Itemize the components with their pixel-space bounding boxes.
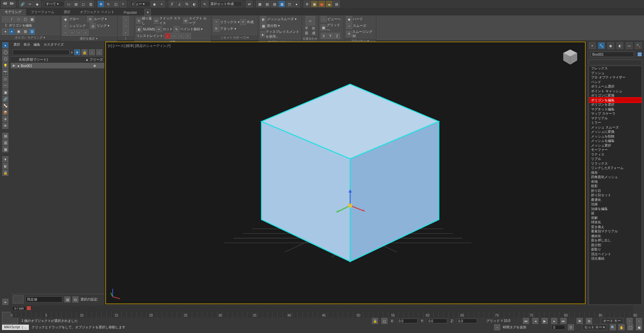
swiftloop-label[interactable]: スイフト ループ	[189, 16, 209, 25]
modifier-item[interactable]: リンクしたXフォーム	[589, 166, 642, 170]
move-tool-icon[interactable]: ✥	[98, 1, 104, 7]
loop-icon[interactable]: ⟳	[87, 16, 93, 22]
align-y-icon[interactable]: Y	[327, 33, 333, 39]
search-filter-icon[interactable]: ▼	[74, 49, 80, 55]
modifier-item[interactable]: 置き換え	[589, 225, 642, 229]
isolate-icon[interactable]: ◻	[381, 318, 387, 324]
viewnav-1-icon[interactable]: ✥	[577, 318, 583, 324]
quickslice-icon[interactable]: ✂	[154, 18, 159, 24]
grow-icon[interactable]: ◉	[62, 16, 68, 22]
search-b-icon[interactable]: ▫	[96, 49, 102, 55]
smooth-label[interactable]: スムーズ	[353, 23, 366, 28]
render-setup-icon[interactable]: ⚙	[304, 1, 310, 7]
paintconnect-label[interactable]: ペイント接続 ▾	[180, 27, 203, 32]
modifier-item[interactable]: メッシュを編集	[589, 138, 642, 143]
hierarchy-tab-icon[interactable]: ◉	[607, 42, 614, 49]
percent-snap-icon[interactable]: %	[183, 1, 190, 7]
edit-named-sel-icon[interactable]: ✎	[201, 1, 208, 7]
create-tab-icon[interactable]: +	[589, 42, 596, 49]
modifier-item[interactable]: 連結化	[589, 234, 642, 238]
render-online-icon[interactable]: ☁	[326, 1, 332, 7]
y-coord-input[interactable]	[427, 319, 447, 323]
modifier-item[interactable]: 法線	[589, 202, 642, 207]
shrink-label[interactable]: シュリンク	[69, 23, 86, 28]
smooth-icon[interactable]: ○	[346, 23, 352, 29]
modifier-item[interactable]: メッシュ スムーズ	[589, 125, 642, 130]
lock-selection-icon[interactable]: 🔒	[372, 318, 378, 324]
edit-a-icon[interactable]: ▫	[123, 16, 129, 22]
modifier-item[interactable]: リラックス	[589, 161, 642, 166]
object-name-field[interactable]: Box001	[591, 52, 634, 57]
grow-label[interactable]: グロー	[69, 17, 79, 21]
modifier-item[interactable]: ラティス	[589, 152, 642, 157]
goto-end-icon[interactable]: ⏭	[560, 318, 567, 324]
grid-align-icon[interactable]: ▦	[321, 24, 326, 31]
modifier-item[interactable]: 溶解	[589, 216, 642, 220]
curve-editor-icon[interactable]: ▦	[278, 1, 285, 7]
placement-tool-icon[interactable]: ⌖	[120, 1, 126, 7]
meshsmooth-icon[interactable]: ◐	[260, 16, 266, 22]
modifier-item[interactable]: メッシュを削除	[589, 134, 642, 139]
modifier-item[interactable]: 最適化	[589, 198, 642, 202]
visibility-icon[interactable]: 👁	[12, 64, 17, 68]
filter-hidden-icon[interactable]: 👁	[2, 123, 8, 129]
displace-icon[interactable]: ▲	[260, 31, 265, 37]
filter-container-icon[interactable]: 📦	[2, 109, 8, 115]
modifier-item[interactable]: マテリアル	[589, 116, 642, 121]
cut-icon[interactable]: ✂	[156, 26, 162, 32]
layer-manager-icon[interactable]: ▤	[64, 296, 70, 302]
displace-label[interactable]: ディスプレイスメントを使用...	[266, 30, 300, 39]
ribbon-tab-modeling[interactable]: モデリング	[0, 9, 26, 15]
motion-tab-icon[interactable]: ◐	[616, 42, 623, 49]
ribbon-panel5-title[interactable]: ジオメトリ(すべて) ▾	[211, 35, 258, 41]
left-menu-customize[interactable]: カスタマイズ	[44, 42, 64, 47]
select-icon[interactable]: ▭	[65, 1, 72, 7]
ribbon-tab-populate[interactable]: Populate	[119, 10, 142, 15]
nav-orbit-icon[interactable]: ◯	[627, 324, 633, 330]
nav-zoom-icon[interactable]: 🔍	[610, 324, 616, 330]
poly-subobj-icon[interactable]: ▢	[22, 16, 28, 22]
modifier-item[interactable]: 面分割	[589, 243, 642, 247]
edit-c-icon[interactable]: ▫	[123, 30, 129, 36]
view-align-icon[interactable]: ▫	[321, 16, 327, 22]
select-rect-icon[interactable]: ◻	[80, 1, 87, 7]
align-x-icon[interactable]: X	[321, 33, 327, 39]
ring-icon[interactable]: ◎	[90, 23, 96, 29]
shrink-icon[interactable]: ○	[62, 23, 68, 29]
modifier-item[interactable]: メッシュに変換	[589, 129, 642, 134]
maxscript-label[interactable]: MAXScript ミ...	[2, 325, 29, 330]
vertex-subobj-icon[interactable]: ·	[2, 16, 8, 22]
modifier-item[interactable]: ボリューム選択	[589, 84, 642, 89]
center-pivot-icon[interactable]: ◉	[151, 1, 158, 7]
border-subobj-icon[interactable]: □	[15, 16, 21, 22]
modifier-combo[interactable]	[589, 60, 642, 64]
bind-icon[interactable]: ◆	[34, 1, 41, 7]
select-filter-icon[interactable]: ▼	[2, 156, 8, 162]
tessellate-icon[interactable]: ▦	[260, 23, 266, 29]
modifier-item[interactable]: 波	[589, 211, 642, 216]
filter-space-icon[interactable]: 〰	[2, 82, 8, 89]
modifier-item[interactable]: 法線を編集	[589, 207, 642, 211]
modifier-item[interactable]: メッシュ選択	[589, 143, 642, 148]
filter-shape-icon[interactable]: ▢	[2, 56, 8, 62]
nurms-label[interactable]: NURMS	[143, 27, 155, 31]
window-crossing-icon[interactable]: ▥	[87, 1, 94, 7]
keymode-2-icon[interactable]: ▫	[636, 318, 642, 324]
next-mod-icon[interactable]: ▸	[9, 29, 15, 35]
display-tab-icon[interactable]: ▭	[626, 42, 633, 49]
search-a-icon[interactable]: ▫	[89, 49, 95, 55]
modifier-item[interactable]: 頂点連結	[589, 256, 642, 261]
link-icon[interactable]: 🔗	[19, 1, 26, 7]
prev-frame-icon[interactable]: ◂	[532, 318, 538, 324]
tessellate-label[interactable]: 面分割 ▾	[267, 23, 280, 28]
left-menu-select[interactable]: 選択	[13, 42, 20, 47]
nav-pan-icon[interactable]: ✋	[619, 324, 625, 330]
stack1-icon[interactable]: ▣	[15, 29, 21, 35]
stack2-icon[interactable]: ▤	[22, 29, 28, 35]
view-align-label[interactable]: ビューへ	[327, 17, 341, 21]
mirror-icon[interactable]: ⇄	[246, 1, 253, 7]
time-config-icon[interactable]: ⏱	[568, 324, 574, 330]
sel-b-icon[interactable]: ▫	[69, 30, 75, 36]
scene-list-row[interactable]: 👁 ● Box001 ❄	[11, 63, 104, 68]
expand-all-icon[interactable]: ▤	[2, 133, 8, 139]
